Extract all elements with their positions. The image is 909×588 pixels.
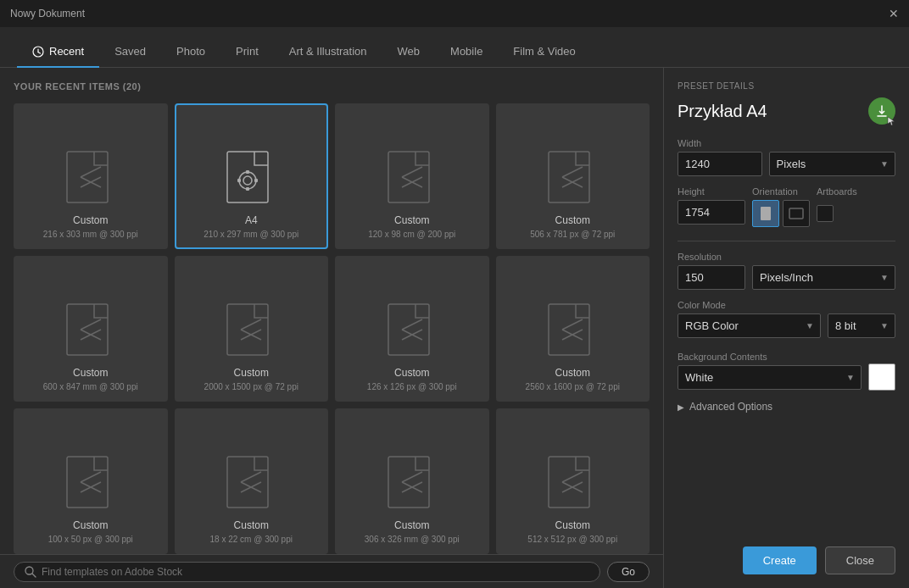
document-icon [385,150,439,214]
svg-line-19 [562,167,583,177]
svg-rect-13 [254,179,258,182]
tab-art[interactable]: Art & Illustration [274,36,382,68]
item-name: Custom [394,367,429,380]
cursor-icon [887,116,897,126]
item-size: 100 x 50 px @ 300 ppi [48,535,133,544]
item-size: 210 x 297 mm @ 300 ppi [204,230,298,239]
tab-mobile[interactable]: Mobile [435,36,498,68]
tabbar: Recent Saved Photo Print Art & Illustrat… [0,27,909,68]
tab-recent[interactable]: Recent [17,36,99,68]
tab-recent-label: Recent [49,45,84,58]
tab-saved[interactable]: Saved [99,36,161,68]
svg-rect-14 [388,152,429,202]
color-mode-select[interactable]: RGB Color [678,313,821,338]
go-button[interactable]: Go [607,562,650,582]
artboards-checkbox[interactable] [817,205,834,222]
list-item[interactable]: Custom 506 x 781 px @ 72 ppi [496,103,650,249]
resolution-unit-select[interactable]: Pixels/Inch [752,265,895,290]
bit-depth-select[interactable]: 8 bit [828,313,895,338]
preset-title: Przykład A4 [678,102,767,121]
svg-rect-59 [761,207,771,220]
svg-rect-10 [246,170,249,174]
item-name: Custom [73,519,108,533]
resolution-input[interactable] [678,265,745,290]
item-size: 2560 x 1600 px @ 72 ppi [526,382,620,391]
height-input[interactable] [678,200,745,225]
bottom-buttons: Create Close [678,533,895,574]
create-button[interactable]: Create [743,546,817,574]
width-input[interactable] [678,152,762,176]
svg-marker-58 [888,117,895,125]
bit-depth-select-wrap: 8 bit ▼ [828,313,895,338]
list-item[interactable]: Custom 2560 x 1600 px @ 72 ppi [496,256,650,402]
list-item[interactable]: Custom 216 x 303 mm @ 300 ppi [14,103,168,249]
search-bar: Go [0,554,663,588]
close-window-button[interactable]: ✕ [889,7,899,20]
list-item[interactable]: Custom 18 x 22 cm @ 300 ppi [175,408,329,554]
svg-rect-12 [237,179,241,182]
bg-contents-select[interactable]: White [678,365,862,390]
list-item[interactable]: Custom 126 x 126 px @ 300 ppi [335,256,489,402]
tab-photo[interactable]: Photo [161,36,220,68]
document-icon [385,302,439,367]
search-input[interactable] [42,566,589,578]
item-size: 18 x 22 cm @ 300 ppi [210,535,293,544]
clock-icon [32,46,44,58]
tab-print[interactable]: Print [220,36,274,68]
svg-line-39 [81,472,101,482]
resolution-unit-label [752,252,895,262]
document-icon [224,302,278,367]
tab-film[interactable]: Film & Video [498,36,590,68]
document-icon [385,455,439,519]
item-size: 512 x 512 px @ 300 ppi [527,535,617,544]
divider [678,241,895,241]
landscape-button[interactable] [783,200,810,227]
svg-line-51 [562,472,583,482]
item-size: 216 x 303 mm @ 300 ppi [43,230,138,239]
item-name: Custom [73,214,108,228]
tab-film-label: Film & Video [513,45,575,58]
list-item[interactable]: Custom 120 x 98 cm @ 200 ppi [335,103,489,249]
list-item[interactable]: Custom 2000 x 1500 px @ 72 ppi [175,256,329,402]
color-swatch[interactable] [868,363,895,391]
resolution-unit-select-wrap: Pixels/Inch ▼ [752,265,895,290]
item-name: Custom [394,519,429,533]
titlebar: Nowy Dokument ✕ [0,0,909,27]
svg-line-23 [81,319,101,330]
bg-select-wrap: White ▼ [678,363,895,391]
document-icon [64,150,118,214]
svg-line-31 [402,319,422,330]
document-icon [64,455,118,519]
bg-contents-label: Background Contents [678,352,767,362]
svg-rect-11 [246,187,249,191]
titlebar-title: Nowy Dokument [10,8,85,19]
advanced-options[interactable]: ▶ Advanced Options [678,401,895,413]
svg-line-15 [402,167,422,177]
list-item[interactable]: Custom 600 x 847 mm @ 300 ppi [14,256,168,402]
close-button[interactable]: Close [825,546,895,574]
svg-line-4 [81,167,101,177]
list-item[interactable]: Custom 512 x 512 px @ 300 ppi [496,408,650,554]
height-orientation-row: Height Orientation [678,186,895,227]
tab-web[interactable]: Web [382,36,436,68]
item-size: 126 x 126 px @ 300 ppi [367,382,457,391]
list-item[interactable]: Custom 100 x 50 px @ 300 ppi [14,408,168,554]
svg-line-43 [241,472,261,482]
width-label: Width [678,138,762,148]
svg-line-47 [402,472,422,482]
left-panel: YOUR RECENT ITEMS (20) Custom 216 x 303 … [0,68,663,588]
download-preset-button[interactable] [868,97,895,125]
tab-saved-label: Saved [114,45,146,58]
document-icon [545,455,599,519]
svg-rect-46 [388,457,429,508]
list-item[interactable]: A4 210 x 297 mm @ 300 ppi [175,103,329,249]
width-unit-group: Pixels ▼ [769,138,895,176]
item-name: Custom [394,214,429,228]
item-name: A4 [245,214,258,228]
svg-rect-60 [789,208,803,219]
width-unit-select[interactable]: Pixels [769,152,895,176]
list-item[interactable]: Custom 306 x 326 mm @ 300 ppi [335,408,489,554]
portrait-button[interactable] [752,200,779,227]
resolution-group: Resolution [678,252,745,290]
main-content: YOUR RECENT ITEMS (20) Custom 216 x 303 … [0,68,909,588]
